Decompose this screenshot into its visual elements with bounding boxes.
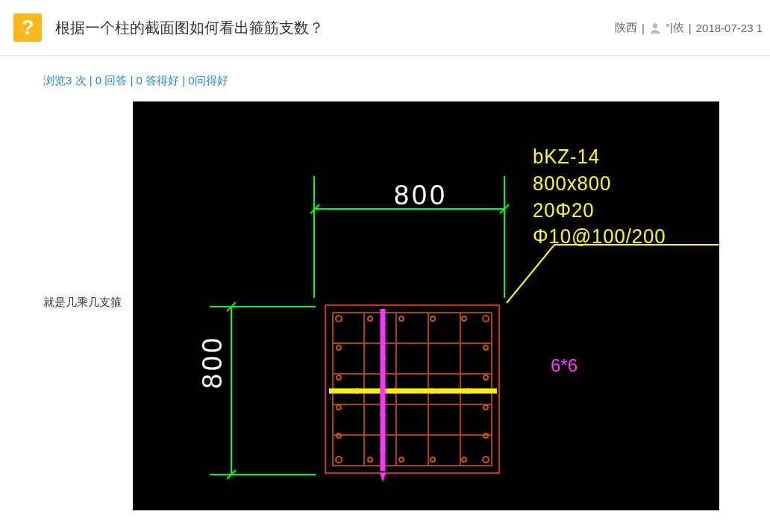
meta-sep: | [689,22,692,34]
question-header: ? 根据一个柱的截面图如何看出箍筋支数？ 陕西 | °|依 | 2018-07-… [0,0,770,56]
avatar-icon [649,22,661,34]
svg-point-23 [483,316,489,322]
cad-annotation: 6*6 [551,355,578,376]
meta-location: 陕西 [615,21,637,35]
svg-point-29 [462,316,466,321]
svg-point-30 [368,457,372,462]
cad-drawing: 800 800 bKZ-14 800x800 20Φ20 Φ10@100/200… [133,101,719,510]
cad-label-rebar: 20Φ20 [533,197,666,224]
svg-point-40 [483,405,488,410]
svg-line-10 [507,245,554,303]
svg-point-25 [483,457,489,463]
svg-point-31 [399,457,404,462]
svg-point-24 [336,457,342,463]
svg-point-27 [399,316,404,321]
stats-row: 浏览3 次 | 0 回答 | 0 答得好 | 0问得好 [0,56,770,101]
cad-label-stirrup: Φ10@100/200 [533,223,666,250]
question-meta: 陕西 | °|依 | 2018-07-23 1 [615,21,763,35]
views-link[interactable]: 浏览3 次 [43,74,87,87]
svg-point-32 [431,457,435,462]
svg-point-26 [368,316,372,321]
good-questions-link[interactable]: 0问得好 [188,74,228,87]
meta-date: 2018-07-23 1 [696,22,763,34]
svg-point-36 [337,405,341,410]
svg-point-34 [337,345,341,350]
cad-top-dimension: 800 [394,180,448,211]
cad-label-block: bKZ-14 800x800 20Φ20 Φ10@100/200 [533,143,666,250]
stats-sep: | [90,74,96,87]
question-mark-glyph: ? [21,16,34,40]
good-answers-link[interactable]: 0 答得好 [137,74,180,87]
question-description: 就是几乘几支箍 [43,101,133,310]
cad-label-name: bKZ-14 [533,143,666,170]
svg-point-38 [483,345,488,350]
svg-marker-52 [380,473,386,482]
svg-point-33 [462,457,466,462]
answers-link[interactable]: 0 回答 [96,74,128,87]
cad-label-size: 800x800 [533,170,666,197]
question-title: 根据一个柱的截面图如何看出箍筋支数？ [55,18,615,38]
svg-point-28 [431,316,435,321]
svg-point-22 [336,316,342,322]
question-body: 就是几乘几支箍 [0,101,770,510]
question-mark-icon: ? [13,13,42,42]
stats-sep: | [130,74,136,87]
meta-sep: | [642,22,645,34]
meta-username: °|依 [666,21,684,35]
cad-left-dimension: 800 [197,335,228,389]
svg-point-35 [337,375,341,380]
svg-point-39 [483,375,488,380]
